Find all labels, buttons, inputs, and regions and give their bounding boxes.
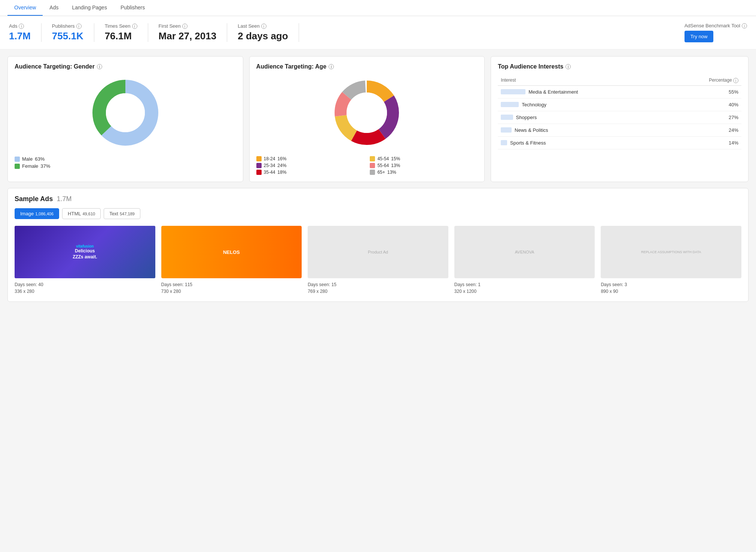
interest-bar — [501, 127, 512, 133]
ad-meta: Days seen: 15 769 x 280 — [308, 281, 448, 295]
ad-thumbnail: vitafusionDeliciousZZZs await. — [15, 226, 155, 278]
interest-name-text: Shoppers — [516, 115, 537, 120]
interest-name-cell: News & Politics — [498, 124, 668, 136]
interest-name-text: News & Politics — [515, 127, 548, 133]
interest-row-0: Media & Entertainment 55% — [498, 85, 741, 98]
stat-publishers-label: Publishers — [52, 23, 75, 29]
stat-first-seen-info-icon[interactable]: i — [182, 24, 188, 29]
ad-item-2[interactable]: Product Ad Days seen: 15 769 x 280 — [308, 226, 448, 295]
interests-table: Interest Percentage i Media & Entertainm… — [498, 75, 741, 149]
ad-meta: Days seen: 3 890 x 90 — [601, 281, 741, 295]
stat-publishers: Publishers i 755.1K — [52, 23, 94, 42]
interest-name-cell: Technology — [498, 98, 668, 111]
tab-ads[interactable]: Ads — [43, 0, 65, 16]
age-legend-25-34: 25-34 24% — [256, 163, 364, 168]
adsense-label: AdSense Benchmark Tool — [685, 23, 740, 28]
ad-size: 769 x 280 — [308, 288, 448, 295]
female-label: Female — [22, 163, 38, 169]
col-percentage-header: Percentage i — [668, 75, 741, 85]
ad-size: 336 x 280 — [15, 288, 155, 295]
age-25-34-dot — [256, 163, 262, 168]
sample-ads-count: 1.7M — [57, 195, 71, 203]
stat-last-seen-label: Last Seen — [238, 23, 260, 29]
stat-publishers-value: 755.1K — [52, 30, 83, 42]
interest-name-cell: Sports & Fitness — [498, 136, 668, 149]
interest-bar — [501, 89, 525, 94]
age-65plus-dot — [370, 170, 375, 175]
adsense-info-icon[interactable]: i — [742, 23, 747, 28]
ad-thumbnail: REPLACE ASSUMPTIONS WITH DATA — [601, 226, 741, 278]
gender-card-info-icon[interactable]: i — [97, 64, 102, 69]
try-now-button[interactable]: Try now — [685, 31, 714, 42]
gender-card: Audience Targeting: Gender i Male — [7, 56, 243, 182]
top-navigation: Overview Ads Landing Pages Publishers — [0, 0, 756, 16]
stat-times-seen-label: Times Seen — [105, 23, 131, 29]
filter-tab-count: 547,189 — [120, 212, 135, 216]
interest-row-3: News & Politics 24% — [498, 124, 741, 136]
ad-thumbnail: AVENOVA — [454, 226, 595, 278]
age-donut-chart — [256, 75, 478, 150]
legend-female: Female 37% — [15, 163, 50, 169]
age-18-24-dot — [256, 156, 262, 161]
filter-tab-html[interactable]: HTML49,610 — [62, 208, 101, 219]
svg-point-2 — [106, 93, 145, 132]
stat-ads-value: 1.7M — [9, 30, 31, 42]
ad-item-3[interactable]: AVENOVA Days seen: 1 320 x 1200 — [454, 226, 595, 295]
sample-ads-title: Sample Ads — [15, 195, 53, 203]
age-legend-35-44: 35-44 18% — [256, 170, 364, 175]
ad-days-seen: Days seen: 15 — [308, 281, 448, 288]
stat-times-seen-info-icon[interactable]: i — [132, 24, 137, 29]
ad-meta: Days seen: 115 730 x 280 — [161, 281, 302, 295]
adsense-tool: AdSense Benchmark Tool i Try now — [685, 23, 747, 42]
male-label: Male — [22, 156, 33, 162]
gender-legend: Male 63% Female 37% — [15, 156, 236, 169]
stat-first-seen-value: Mar 27, 2013 — [159, 30, 217, 42]
interest-pct-cell: 14% — [668, 136, 741, 149]
ad-size: 320 x 1200 — [454, 288, 595, 295]
stat-ads-info-icon[interactable]: i — [19, 24, 24, 29]
ad-size: 890 x 90 — [601, 288, 741, 295]
age-legend-65plus: 65+ 13% — [370, 170, 478, 175]
stat-last-seen-value: 2 days ago — [238, 30, 288, 42]
ad-item-1[interactable]: NELOS Days seen: 115 730 x 280 — [161, 226, 302, 295]
filter-tab-image[interactable]: Image1,086,406 — [15, 208, 59, 219]
female-pct: 37% — [40, 163, 50, 169]
stat-first-seen-label: First Seen — [159, 23, 181, 29]
tab-landing-pages[interactable]: Landing Pages — [65, 0, 113, 16]
interest-name-text: Media & Entertainment — [528, 89, 578, 95]
filter-tab-label: HTML — [68, 211, 81, 216]
filter-tab-text[interactable]: Text547,189 — [104, 208, 140, 219]
interests-card-info-icon[interactable]: i — [566, 64, 571, 69]
stat-ads: Ads i 1.7M — [9, 23, 42, 42]
filter-tab-label: Image — [20, 211, 34, 216]
interest-name-cell: Media & Entertainment — [498, 85, 668, 98]
filter-tab-count: 1,086,406 — [35, 212, 54, 216]
filter-tab-label: Text — [109, 211, 118, 216]
interest-bar — [501, 102, 519, 107]
ad-thumbnail: NELOS — [161, 226, 302, 278]
filter-tabs: Image1,086,406HTML49,610Text547,189 — [15, 208, 741, 219]
ad-size: 730 x 280 — [161, 288, 302, 295]
main-content: Audience Targeting: Gender i Male — [0, 49, 756, 309]
stat-ads-label: Ads — [9, 23, 17, 29]
interest-pct-cell: 24% — [668, 124, 741, 136]
col-interest-header: Interest — [498, 75, 668, 85]
stats-bar: Ads i 1.7M Publishers i 755.1K Times See… — [0, 16, 756, 49]
gender-card-title: Audience Targeting: Gender — [15, 63, 95, 70]
percentage-info-icon[interactable]: i — [733, 78, 738, 83]
sample-ads-card: Sample Ads 1.7M Image1,086,406HTML49,610… — [7, 188, 749, 302]
ad-days-seen: Days seen: 3 — [601, 281, 741, 288]
tab-overview[interactable]: Overview — [7, 0, 43, 16]
ads-grid: vitafusionDeliciousZZZs await. Days seen… — [15, 226, 741, 295]
interest-name-cell: Shoppers — [498, 111, 668, 124]
ad-days-seen: Days seen: 1 — [454, 281, 595, 288]
ad-item-0[interactable]: vitafusionDeliciousZZZs await. Days seen… — [15, 226, 155, 295]
stat-last-seen-info-icon[interactable]: i — [261, 24, 266, 29]
interests-card-title: Top Audience Interests — [498, 63, 563, 70]
stat-first-seen: First Seen i Mar 27, 2013 — [159, 23, 228, 42]
ad-meta: Days seen: 1 320 x 1200 — [454, 281, 595, 295]
stat-publishers-info-icon[interactable]: i — [76, 24, 82, 29]
tab-publishers[interactable]: Publishers — [114, 0, 152, 16]
age-card-info-icon[interactable]: i — [329, 64, 334, 69]
ad-item-4[interactable]: REPLACE ASSUMPTIONS WITH DATA Days seen:… — [601, 226, 741, 295]
